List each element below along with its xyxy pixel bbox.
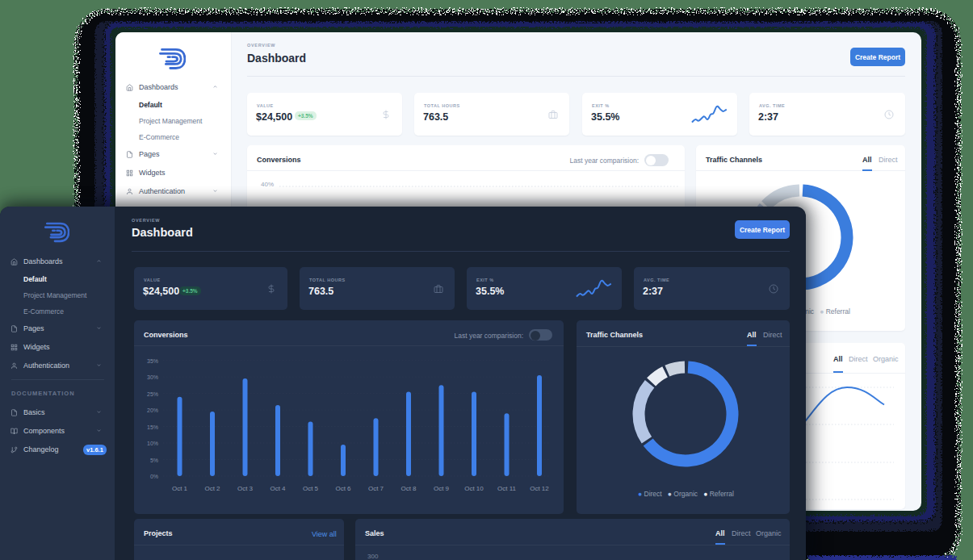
svg-text:Oct 2: Oct 2	[204, 485, 220, 492]
svg-text:15%: 15%	[147, 424, 158, 430]
svg-text:Oct 8: Oct 8	[401, 485, 417, 492]
svg-text:Oct 4: Oct 4	[270, 485, 286, 492]
svg-text:35%: 35%	[147, 358, 158, 364]
svg-text:Oct 12: Oct 12	[530, 485, 549, 492]
svg-text:Oct 7: Oct 7	[368, 485, 384, 492]
svg-text:Oct 5: Oct 5	[303, 485, 319, 492]
svg-text:30%: 30%	[147, 374, 158, 380]
svg-text:0%: 0%	[150, 474, 158, 479]
svg-text:Oct 1: Oct 1	[172, 485, 188, 492]
svg-text:Oct 9: Oct 9	[434, 485, 450, 492]
svg-text:10%: 10%	[147, 441, 158, 446]
svg-text:Oct 6: Oct 6	[335, 485, 351, 492]
svg-text:Oct 3: Oct 3	[237, 485, 254, 492]
svg-text:5%: 5%	[150, 458, 158, 463]
svg-text:Oct 11: Oct 11	[497, 485, 517, 492]
svg-text:25%: 25%	[147, 391, 158, 397]
svg-text:Oct 10: Oct 10	[464, 485, 484, 492]
svg-text:20%: 20%	[147, 407, 158, 413]
